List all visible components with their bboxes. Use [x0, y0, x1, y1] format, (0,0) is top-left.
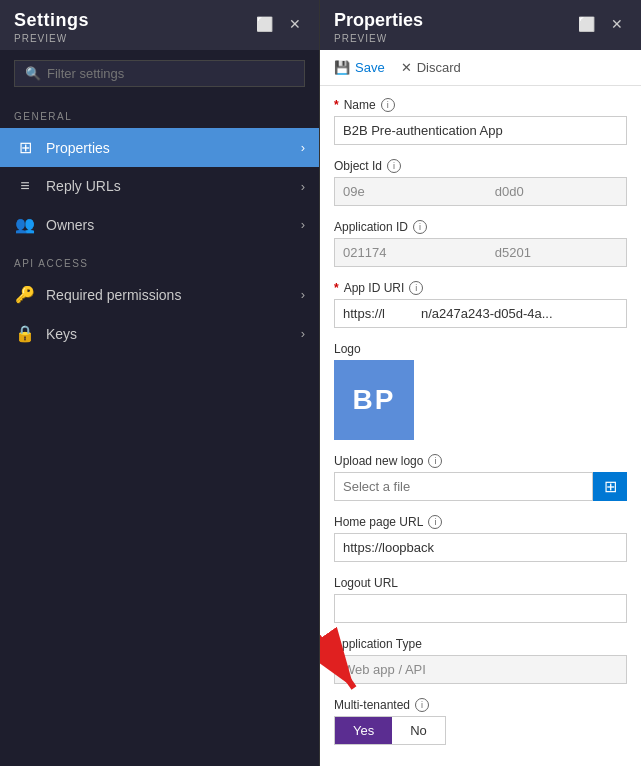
settings-title-group: Settings PREVIEW [14, 10, 89, 44]
search-input[interactable] [47, 66, 294, 81]
chevron-right-icon-4: › [301, 287, 305, 302]
upload-logo-field-group: Upload new logo i ⊞ [334, 454, 627, 501]
app-id-uri-label: * App ID URI i [334, 281, 627, 295]
name-input[interactable] [334, 116, 627, 145]
settings-panel: Settings PREVIEW ⬜ ✕ 🔍 GENERAL ⊞ Propert… [0, 0, 320, 766]
logo-box: BP [334, 360, 414, 440]
sidebar-item-required-permissions[interactable]: 🔑 Required permissions › [0, 275, 319, 314]
properties-maximize-button[interactable]: ⬜ [574, 14, 599, 34]
app-id-label: Application ID i [334, 220, 627, 234]
logout-url-input[interactable] [334, 594, 627, 623]
save-icon: 💾 [334, 60, 350, 75]
discard-icon: ✕ [401, 60, 412, 75]
discard-label: Discard [417, 60, 461, 75]
save-button[interactable]: 💾 Save [334, 58, 385, 77]
multi-tenanted-info-icon[interactable]: i [415, 698, 429, 712]
required-permissions-icon: 🔑 [14, 285, 36, 304]
sidebar-item-label-required-permissions: Required permissions [46, 287, 181, 303]
properties-icon: ⊞ [14, 138, 36, 157]
app-id-uri-required-star: * [334, 281, 339, 295]
chevron-right-icon-3: › [301, 217, 305, 232]
name-info-icon[interactable]: i [381, 98, 395, 112]
multi-tenanted-toggle: Yes No [334, 716, 446, 745]
logo-label: Logo [334, 342, 627, 356]
search-input-wrap: 🔍 [14, 60, 305, 87]
sidebar-item-label-properties: Properties [46, 140, 110, 156]
app-type-label: Application Type [334, 637, 627, 651]
logo-field-group: Logo BP [334, 342, 627, 440]
owners-icon: 👥 [14, 215, 36, 234]
settings-title: Settings [14, 10, 89, 31]
discard-button[interactable]: ✕ Discard [401, 58, 461, 77]
settings-header-controls: ⬜ ✕ [252, 14, 305, 34]
general-section-label: GENERAL [0, 97, 319, 128]
properties-content: * Name i Object Id i Application ID i [320, 86, 641, 766]
logout-url-field-group: Logout URL [334, 576, 627, 623]
app-id-uri-info-icon[interactable]: i [409, 281, 423, 295]
logo-text: BP [353, 384, 396, 416]
keys-icon: 🔒 [14, 324, 36, 343]
chevron-right-icon-2: › [301, 179, 305, 194]
name-label: * Name i [334, 98, 627, 112]
sidebar-item-keys[interactable]: 🔒 Keys › [0, 314, 319, 353]
name-field-group: * Name i [334, 98, 627, 145]
app-id-uri-input[interactable] [334, 299, 627, 328]
reply-urls-icon: ≡ [14, 177, 36, 195]
home-page-url-input[interactable] [334, 533, 627, 562]
upload-logo-info-icon[interactable]: i [428, 454, 442, 468]
search-icon: 🔍 [25, 66, 41, 81]
chevron-right-icon-5: › [301, 326, 305, 341]
object-id-info-icon[interactable]: i [387, 159, 401, 173]
multi-tenanted-label: Multi-tenanted i [334, 698, 627, 712]
app-id-info-icon[interactable]: i [413, 220, 427, 234]
sidebar-item-label-owners: Owners [46, 217, 94, 233]
app-id-uri-field-group: * App ID URI i [334, 281, 627, 328]
properties-title-group: Properties PREVIEW [334, 10, 423, 44]
file-select-input[interactable] [334, 472, 593, 501]
app-type-input [334, 655, 627, 684]
upload-logo-input-group: ⊞ [334, 472, 627, 501]
settings-header: Settings PREVIEW ⬜ ✕ [0, 0, 319, 50]
api-access-section-label: API ACCESS [0, 244, 319, 275]
app-id-field-group: Application ID i [334, 220, 627, 267]
toggle-yes-button[interactable]: Yes [335, 717, 392, 744]
object-id-label: Object Id i [334, 159, 627, 173]
home-page-url-info-icon[interactable]: i [428, 515, 442, 529]
sidebar-item-label-reply-urls: Reply URLs [46, 178, 121, 194]
app-type-field-group: Application Type [334, 637, 627, 684]
properties-header-controls: ⬜ ✕ [574, 14, 627, 34]
properties-title: Properties [334, 10, 423, 31]
upload-logo-label: Upload new logo i [334, 454, 627, 468]
sidebar-item-reply-urls[interactable]: ≡ Reply URLs › [0, 167, 319, 205]
properties-header: Properties PREVIEW ⬜ ✕ [320, 0, 641, 50]
logout-url-label: Logout URL [334, 576, 627, 590]
properties-panel: Properties PREVIEW ⬜ ✕ 💾 Save ✕ Discard … [320, 0, 641, 766]
save-label: Save [355, 60, 385, 75]
object-id-input [334, 177, 627, 206]
sidebar-item-owners[interactable]: 👥 Owners › [0, 205, 319, 244]
multi-tenanted-field-group: Multi-tenanted i Yes No [334, 698, 627, 745]
sidebar-item-label-keys: Keys [46, 326, 77, 342]
chevron-right-icon: › [301, 140, 305, 155]
app-id-input [334, 238, 627, 267]
home-page-url-field-group: Home page URL i [334, 515, 627, 562]
settings-maximize-button[interactable]: ⬜ [252, 14, 277, 34]
name-required-star: * [334, 98, 339, 112]
object-id-field-group: Object Id i [334, 159, 627, 206]
home-page-url-label: Home page URL i [334, 515, 627, 529]
properties-subtitle: PREVIEW [334, 33, 423, 44]
sidebar-item-properties[interactable]: ⊞ Properties › [0, 128, 319, 167]
search-bar: 🔍 [0, 50, 319, 97]
file-browse-button[interactable]: ⊞ [593, 472, 627, 501]
toggle-no-button[interactable]: No [392, 717, 445, 744]
toolbar: 💾 Save ✕ Discard [320, 50, 641, 86]
settings-subtitle: PREVIEW [14, 33, 89, 44]
properties-close-button[interactable]: ✕ [607, 14, 627, 34]
settings-close-button[interactable]: ✕ [285, 14, 305, 34]
